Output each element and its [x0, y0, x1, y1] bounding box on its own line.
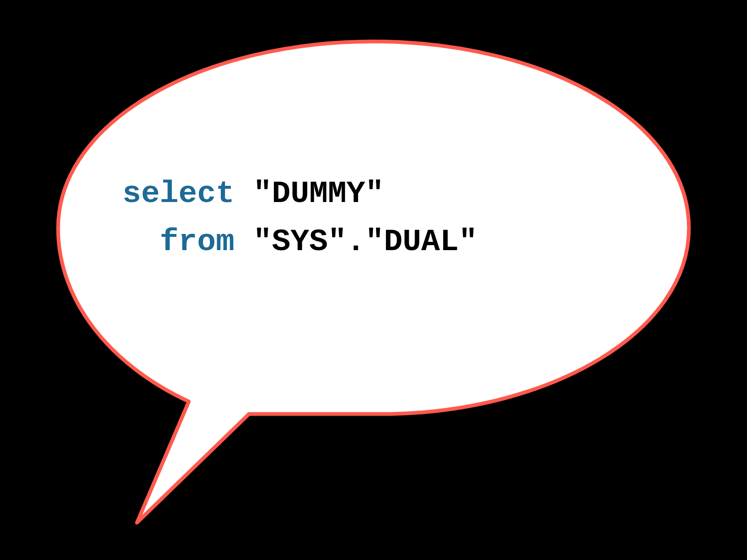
sql-code-block: select "DUMMY" from "SYS"."DUAL"	[122, 170, 477, 267]
sql-keyword-from: from	[160, 224, 234, 260]
sql-indent	[122, 224, 160, 260]
sql-keyword-select: select	[122, 176, 234, 212]
sql-from-table: "SYS"."DUAL"	[234, 224, 477, 260]
speech-bubble-icon	[50, 33, 697, 531]
speech-bubble: select "DUMMY" from "SYS"."DUAL"	[50, 33, 697, 531]
sql-select-columns: "DUMMY"	[234, 176, 384, 212]
